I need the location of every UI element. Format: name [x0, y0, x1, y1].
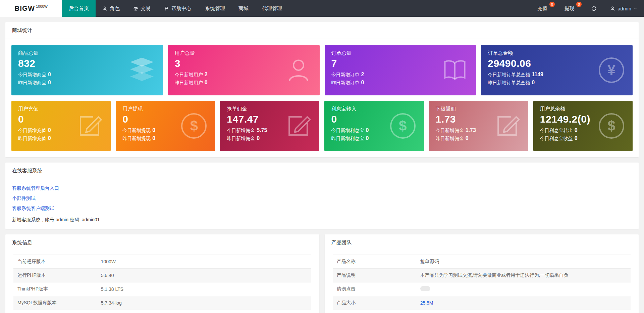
dollar-icon: $ [597, 111, 626, 140]
dollar-icon: $ [388, 111, 417, 140]
service-body: 客服系统管理后台入口 小部件测试 客服系统客户端测试 新增客服系统，账号:adm… [5, 179, 639, 229]
nav-label: 代理管理 [262, 5, 282, 12]
stat-card-grab-commission: 抢单佣金 147.47 今日新增佣金5.75 昨日新增佣金0 [220, 101, 319, 151]
nav-item-system-manage[interactable]: 系统管理 [198, 0, 232, 17]
table-row: 产品说明 本产品只为学习测试交流,请勿要做商业或者用于违法行为,一切后果自负 [333, 269, 631, 282]
stat-card-order-amount: 订单总金额 29490.06 今日新增订单总金额1149 昨日新增订单总金额0 … [481, 45, 633, 95]
row-label: 产品大小 [333, 296, 416, 310]
small-stat-cards: 用户充值 0 今日新增充值0 昨日新增充值0 用户提现 0 今日新增提现0 昨日… [11, 101, 633, 151]
stat-card-users-total: 用户总量 3 今日新增用户2 昨日新增用户0 [168, 45, 320, 95]
table-row: 数据库 mysql [333, 310, 631, 313]
flag-icon [164, 6, 169, 11]
nav-label: 系统管理 [205, 5, 225, 12]
table-row: 请勿点击 [333, 282, 631, 296]
stat-card-user-recharge: 用户充值 0 今日新增充值0 昨日新增充值0 [11, 101, 111, 151]
recharge-button[interactable]: 充值 0 [531, 0, 557, 17]
service-client-test-link[interactable]: 客服系统客户端测试 [12, 206, 54, 212]
table-row: MySQL数据库版本 5.7.34-log [13, 296, 311, 310]
withdraw-badge: 0 [576, 2, 582, 7]
nav-label: 后台首页 [69, 5, 89, 12]
row-label: ThinkPHP版本 [13, 282, 97, 296]
nav-label: 商城 [238, 5, 249, 12]
chevron-up-icon [634, 7, 637, 10]
nav-item-roles[interactable]: 角色 [96, 0, 126, 17]
table-row: 运行PHP版本 5.6.40 [13, 269, 311, 282]
recharge-badge: 0 [549, 2, 555, 7]
table-row: 服务器操作系统 Linux [13, 310, 311, 313]
product-team-table: 产品名称 抢单源码 产品说明 本产品只为学习测试交流,请勿要做商业或者用于违法行… [325, 251, 639, 313]
edit-icon [284, 111, 313, 140]
product-size-link[interactable]: 25.5M [420, 300, 433, 306]
row-value: mysql [416, 310, 631, 313]
username: admin [618, 6, 631, 11]
book-icon [440, 56, 469, 85]
widget-test-link[interactable]: 小部件测试 [12, 195, 36, 202]
table-row: 产品名称 抢单源码 [333, 255, 631, 269]
refresh-icon [591, 6, 597, 11]
withdraw-label: 提现 [564, 5, 574, 12]
layers-icon [127, 56, 156, 85]
stat-card-goods-total: 商品总量 832 今日新增商品0 昨日新增商品0 [11, 45, 163, 95]
page-content: 商城统计 商品总量 832 今日新增商品0 昨日新增商品0 用户总量 3 今日新… [0, 17, 644, 313]
panel-title: 商城统计 [5, 22, 639, 39]
nav-item-trade[interactable]: 交易 [126, 0, 157, 17]
nav-item-mall[interactable]: 商城 [232, 0, 255, 17]
mall-statistics-panel: 商城统计 商品总量 832 今日新增商品0 昨日新增商品0 用户总量 3 今日新… [5, 22, 639, 157]
row-value: 25.5M [416, 296, 631, 310]
user-icon [284, 56, 313, 85]
scale-icon [133, 6, 138, 11]
nav-label: 交易 [141, 5, 151, 12]
nav-item-agent-manage[interactable]: 代理管理 [255, 0, 289, 17]
stat-card-interest-in: 利息宝转入 0 今日新增利息宝0 昨日新增利息宝0 $ [324, 101, 424, 151]
nav-item-help-center[interactable]: 帮助中心 [157, 0, 198, 17]
row-value: 本产品只为学习测试交流,请勿要做商业或者用于违法行为,一切后果自负 [416, 269, 631, 282]
row-label: 运行PHP版本 [13, 269, 97, 282]
recharge-label: 充值 [537, 5, 547, 12]
row-value: 5.1.38 LTS [97, 282, 311, 296]
product-team-panel: 产品团队 产品名称 抢单源码 产品说明 本产品只为学习测试交流,请勿要做商业或者… [325, 234, 639, 313]
user-icon [610, 6, 615, 11]
bottom-panels: 系统信息 当前程序版本 1000W 运行PHP版本 5.6.40 ThinkPH… [5, 234, 639, 313]
row-label: 当前程序版本 [13, 255, 97, 269]
panel-title: 产品团队 [325, 234, 639, 251]
row-label: 产品名称 [333, 255, 416, 269]
edit-icon [75, 111, 104, 140]
table-row: 产品大小 25.5M [333, 296, 631, 310]
logo: BIGW 1000W [0, 0, 62, 17]
row-value: 抢单源码 [416, 255, 631, 269]
do-not-click-badge[interactable] [420, 286, 430, 291]
main-nav: 后台首页 角色 交易 帮助中心 系统管理 商城 代理管理 [62, 0, 289, 17]
logo-text: BIGW [14, 4, 35, 12]
table-row: 当前程序版本 1000W [13, 255, 311, 269]
system-info-table: 当前程序版本 1000W 运行PHP版本 5.6.40 ThinkPHP版本 5… [5, 251, 319, 313]
stat-card-sub-rebate: 下级返佣 1.73 今日新增佣金1.73 昨日新增佣金0 [429, 101, 528, 151]
stats-body: 商品总量 832 今日新增商品0 昨日新增商品0 用户总量 3 今日新增用户2 … [5, 39, 639, 157]
panel-title: 系统信息 [5, 234, 319, 251]
panel-title: 在线客服系统 [5, 163, 639, 179]
nav-label: 角色 [110, 5, 120, 12]
withdraw-button[interactable]: 提现 0 [557, 0, 584, 17]
yen-icon: ¥ [597, 56, 626, 85]
online-service-panel: 在线客服系统 客服系统管理后台入口 小部件测试 客服系统客户端测试 新增客服系统… [5, 163, 639, 229]
row-label: 产品说明 [333, 269, 416, 282]
big-stat-cards: 商品总量 832 今日新增商品0 昨日新增商品0 用户总量 3 今日新增用户2 … [11, 45, 633, 95]
refresh-button[interactable] [584, 0, 603, 17]
row-value: 5.7.34-log [97, 296, 311, 310]
row-label: MySQL数据库版本 [13, 296, 97, 310]
table-row: ThinkPHP版本 5.1.38 LTS [13, 282, 311, 296]
row-value: 5.6.40 [97, 269, 311, 282]
stat-card-user-withdraw: 用户提现 0 今日新增提现0 昨日新增提现0 $ [116, 101, 215, 151]
edit-icon [493, 111, 522, 140]
top-navbar: BIGW 1000W 后台首页 角色 交易 帮助中心 系统管理 商城 代理管理 … [0, 0, 644, 17]
navbar-right: 充值 0 提现 0 admin [531, 0, 644, 17]
user-icon [102, 6, 107, 11]
stat-card-orders-total: 订单总量 7 今日新增订单2 昨日新增订单0 [325, 45, 476, 95]
system-info-panel: 系统信息 当前程序版本 1000W 运行PHP版本 5.6.40 ThinkPH… [5, 234, 319, 313]
user-menu[interactable]: admin [603, 0, 644, 17]
service-admin-entry-link[interactable]: 客服系统管理后台入口 [12, 185, 59, 191]
row-label: 请勿点击 [333, 282, 416, 296]
nav-item-home[interactable]: 后台首页 [62, 0, 96, 17]
service-note: 新增客服系统，账号:admin 密码: admin01 [12, 217, 632, 223]
row-label: 服务器操作系统 [13, 310, 97, 313]
dollar-icon: $ [179, 111, 208, 140]
